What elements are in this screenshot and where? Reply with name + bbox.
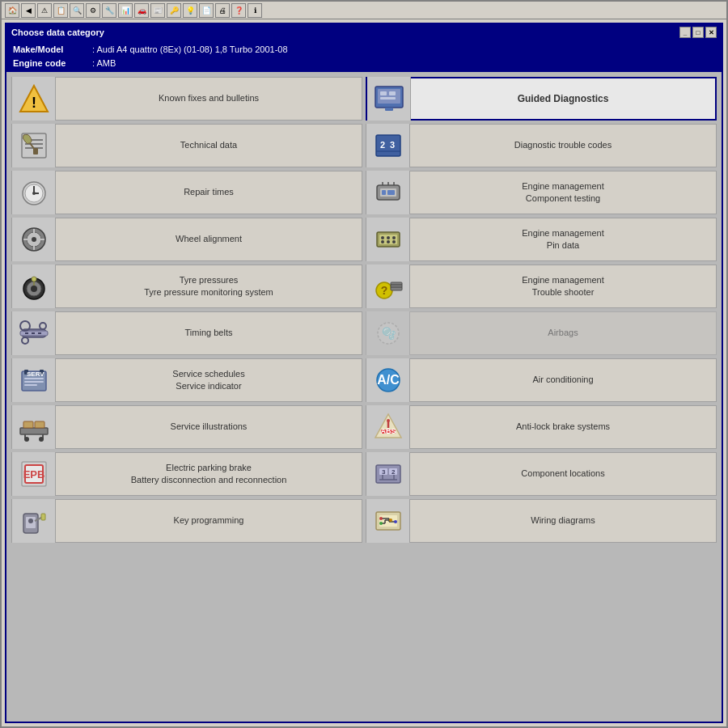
electric-parking-item[interactable]: EPB Electric parking brakeBattery discon…: [11, 452, 362, 496]
svg-point-62: [22, 337, 28, 344]
svg-rect-52: [391, 282, 402, 290]
svg-rect-74: [20, 428, 48, 434]
wiring-diagrams-label: Wiring diagrams: [410, 511, 716, 530]
key-programming-item[interactable]: Key programming: [11, 499, 362, 543]
wheel-alignment-item[interactable]: Wheel alignment: [11, 218, 362, 261]
toolbar-icon-10[interactable]: 📰: [150, 3, 165, 18]
technical-data-label: Technical data: [56, 136, 362, 154]
svg-rect-13: [33, 148, 38, 154]
svg-point-100: [28, 518, 33, 523]
engine-code-label: Engine code: [13, 57, 86, 70]
repair-times-item[interactable]: Repair times: [11, 171, 362, 214]
air-conditioning-item[interactable]: A/C Air conditioning: [366, 358, 717, 402]
toolbar-icon-3[interactable]: ⚠: [37, 3, 52, 18]
toolbar-icon-12[interactable]: 💡: [183, 3, 197, 18]
svg-point-86: [387, 419, 390, 422]
toolbar-icon-15[interactable]: ❓: [231, 3, 246, 18]
svg-text:!: !: [32, 95, 36, 111]
menu-grid: ! Known fixes and bulletins: [11, 77, 717, 543]
svg-rect-5: [389, 91, 396, 95]
svg-point-42: [381, 240, 384, 243]
svg-rect-7: [385, 108, 393, 111]
svg-text:2: 2: [380, 140, 385, 150]
engine-component-testing-icon: [366, 171, 410, 214]
svg-rect-102: [41, 514, 45, 520]
svg-text:A/C: A/C: [377, 373, 400, 387]
component-locations-label: Component locations: [410, 464, 716, 483]
svg-text:2: 2: [392, 468, 396, 476]
toolbar-icon-4[interactable]: 📋: [53, 3, 68, 18]
svg-point-111: [379, 517, 383, 520]
svg-rect-6: [380, 97, 396, 99]
tyre-pressures-item[interactable]: Tyre pressuresTyre pressure monitoring s…: [11, 265, 362, 308]
technical-data-icon: [12, 124, 56, 167]
engine-trouble-shooter-label: Engine managementTrouble shooter: [410, 271, 716, 303]
engine-code-row: Engine code : AMB: [13, 57, 715, 70]
toolbar-icon-5[interactable]: 🔍: [70, 3, 84, 18]
svg-point-48: [32, 277, 36, 281]
engine-pin-data-icon: [366, 218, 410, 261]
engine-pin-data-item[interactable]: Engine managementPin data: [366, 218, 717, 261]
engine-component-testing-item[interactable]: Engine managementComponent testing: [366, 171, 717, 214]
content-area: ! Known fixes and bulletins: [6, 72, 722, 722]
close-button[interactable]: ✕: [705, 27, 717, 38]
airbags-item: 🫧 Airbags: [366, 311, 717, 355]
make-model-value: : Audi A4 quattro (8Ex) (01-08) 1,8 Turb…: [92, 43, 288, 57]
svg-point-44: [392, 240, 396, 243]
service-schedules-item[interactable]: SERV Service schedulesService indicator: [11, 358, 362, 402]
anti-lock-brakes-item[interactable]: ABS Anti-lock brake systems: [366, 405, 717, 449]
wiring-diagrams-item[interactable]: Wiring diagrams: [366, 499, 717, 543]
outer-window: 🏠 ◀ ⚠ 📋 🔍 ⚙ 🔧 📊 🚗 📰 🔑 💡 📄 🖨 ❓ ℹ Choose d…: [0, 0, 728, 728]
engine-trouble-shooter-item[interactable]: ? Engine managementTrouble shooter: [366, 265, 717, 308]
toolbar-icon-16[interactable]: ℹ: [248, 3, 262, 18]
svg-point-22: [32, 192, 36, 195]
wheel-alignment-label: Wheel alignment: [56, 230, 362, 248]
wheel-alignment-icon: [12, 218, 56, 261]
toolbar-icon-2[interactable]: ◀: [21, 3, 36, 18]
timing-belts-label: Timing belts: [56, 324, 362, 342]
svg-rect-3: [378, 89, 400, 104]
dtc-item[interactable]: 2 3 Diagnostic trouble codes: [366, 124, 717, 167]
toolbar-icon-9[interactable]: 🚗: [134, 3, 149, 18]
wiring-diagrams-icon: [366, 499, 410, 543]
main-window: Choose data category _ □ ✕ Make/Model : …: [5, 23, 723, 723]
air-conditioning-icon: A/C: [366, 358, 410, 402]
toolbar-icon-11[interactable]: 🔑: [167, 3, 181, 18]
key-programming-icon: [12, 499, 56, 543]
toolbar-icon-14[interactable]: 🖨: [215, 3, 230, 18]
component-locations-item[interactable]: 3 2 Component locations: [366, 452, 717, 496]
timing-belts-icon: [12, 311, 56, 355]
toolbar-icon-7[interactable]: 🔧: [102, 3, 116, 18]
engine-pin-data-label: Engine managementPin data: [410, 224, 716, 256]
svg-point-43: [387, 240, 390, 243]
toolbar-icon-1[interactable]: 🏠: [5, 3, 19, 18]
minimize-button[interactable]: _: [679, 27, 691, 38]
svg-point-41: [392, 236, 396, 239]
svg-point-39: [381, 236, 384, 239]
dtc-icon: 2 3: [366, 124, 410, 167]
service-schedules-label: Service schedulesService indicator: [56, 365, 362, 396]
timing-belts-item[interactable]: Timing belts: [11, 311, 362, 355]
repair-times-icon: [12, 171, 56, 214]
technical-data-item[interactable]: Technical data: [11, 124, 362, 167]
known-fixes-item[interactable]: ! Known fixes and bulletins: [11, 77, 362, 121]
tyre-pressures-label: Tyre pressuresTyre pressure monitoring s…: [56, 271, 362, 303]
service-illustrations-label: Service illustrations: [56, 417, 362, 436]
svg-text:?: ?: [380, 284, 387, 297]
known-fixes-icon: !: [12, 77, 56, 121]
guided-diagnostics-label: Guided Diagnostics: [411, 89, 715, 109]
guided-diagnostics-item[interactable]: Guided Diagnostics: [366, 77, 717, 121]
svg-point-80: [39, 437, 44, 442]
maximize-button[interactable]: □: [692, 27, 704, 38]
toolbar-icon-13[interactable]: 📄: [199, 3, 214, 18]
make-model-label: Make/Model: [13, 43, 86, 57]
toolbar-icons: 🏠 ◀ ⚠ 📋 🔍 ⚙ 🔧 📊 🚗 📰 🔑 💡 📄 🖨 ❓ ℹ: [5, 3, 723, 18]
svg-rect-68: [24, 378, 44, 379]
svg-text:EPB: EPB: [23, 468, 44, 480]
svg-text:🫧: 🫧: [381, 327, 396, 341]
toolbar-icon-6[interactable]: ⚙: [86, 3, 100, 18]
service-illustrations-item[interactable]: Service illustrations: [11, 405, 362, 449]
toolbar-icon-8[interactable]: 📊: [118, 3, 133, 18]
key-programming-label: Key programming: [56, 511, 362, 530]
svg-text:ABS: ABS: [380, 427, 396, 435]
